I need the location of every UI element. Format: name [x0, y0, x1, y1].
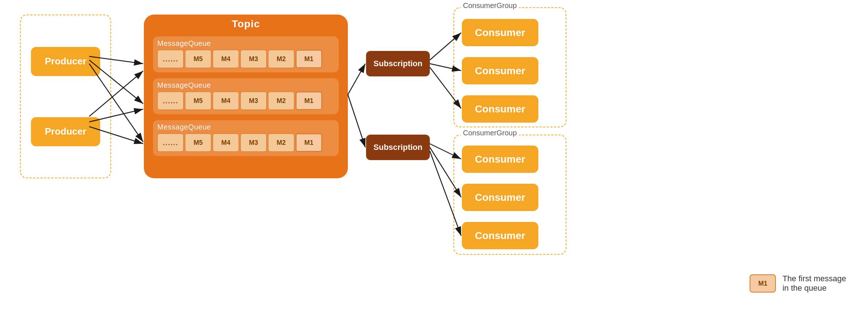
legend-cell: M1: [750, 274, 776, 293]
arrows-layer: [0, 0, 868, 322]
subscription-2: Subscription: [366, 135, 430, 160]
mq-3-cells: ...... M5 M4 M3 M2 M1: [157, 134, 334, 152]
topic-box: Topic MessageQueue ...... M5 M4 M3 M2 M1…: [144, 15, 348, 178]
mq-2-cell-m2: M2: [268, 92, 294, 110]
mq-3-cell-m1: M1: [296, 134, 322, 152]
mq-1-cell-m5: M5: [185, 50, 211, 68]
consumer-2-3: Consumer: [462, 222, 538, 249]
mq-3-cell-m4: M4: [213, 134, 239, 152]
mq-2-label: MessageQueue: [157, 81, 334, 90]
consumer-1-3: Consumer: [462, 95, 538, 123]
mq-2-cell-dots: ......: [157, 92, 184, 110]
mq-3-cell-dots: ......: [157, 134, 184, 152]
mq-1-label: MessageQueue: [157, 39, 334, 48]
mq-1-cell-m1: M1: [296, 50, 322, 68]
mq-1-cell-m3: M3: [240, 50, 267, 68]
topic-label: Topic: [232, 18, 260, 30]
mq-1-cells: ...... M5 M4 M3 M2 M1: [157, 50, 334, 68]
message-queue-3: MessageQueue ...... M5 M4 M3 M2 M1: [153, 120, 339, 156]
svg-line-8: [348, 95, 365, 147]
mq-3-label: MessageQueue: [157, 123, 334, 131]
mq-2-cell-m5: M5: [185, 92, 211, 110]
mq-2-cell-m3: M3: [240, 92, 267, 110]
message-queue-2: MessageQueue ...... M5 M4 M3 M2 M1: [153, 78, 339, 114]
mq-3-cell-m2: M2: [268, 134, 294, 152]
consumer-group-2-label: ConsumerGroup: [461, 129, 519, 137]
consumer-1-1: Consumer: [462, 19, 538, 46]
mq-3-cell-m3: M3: [240, 134, 267, 152]
consumer-2-1: Consumer: [462, 146, 538, 173]
legend-description: The first messagein the queue: [782, 274, 846, 293]
mq-1-cell-m4: M4: [213, 50, 239, 68]
consumer-1-2: Consumer: [462, 57, 538, 84]
producers-box: Producer Producer: [20, 15, 111, 178]
mq-2-cells: ...... M5 M4 M3 M2 M1: [157, 92, 334, 110]
consumer-group-1-label: ConsumerGroup: [461, 1, 519, 10]
svg-line-7: [348, 64, 365, 95]
diagram: Producer Producer Topic MessageQueue ...…: [0, 0, 868, 322]
consumer-2-2: Consumer: [462, 184, 538, 211]
subscription-1: Subscription: [366, 51, 430, 76]
mq-2-cell-m1: M1: [296, 92, 322, 110]
mq-3-cell-m5: M5: [185, 134, 211, 152]
mq-1-cell-m2: M2: [268, 50, 294, 68]
mq-1-cell-dots: ......: [157, 50, 184, 68]
mq-2-cell-m4: M4: [213, 92, 239, 110]
message-queue-1: MessageQueue ...... M5 M4 M3 M2 M1: [153, 36, 339, 72]
producer-2: Producer: [31, 117, 100, 146]
producer-1: Producer: [31, 47, 100, 76]
legend: M1 The first messagein the queue: [750, 274, 846, 293]
